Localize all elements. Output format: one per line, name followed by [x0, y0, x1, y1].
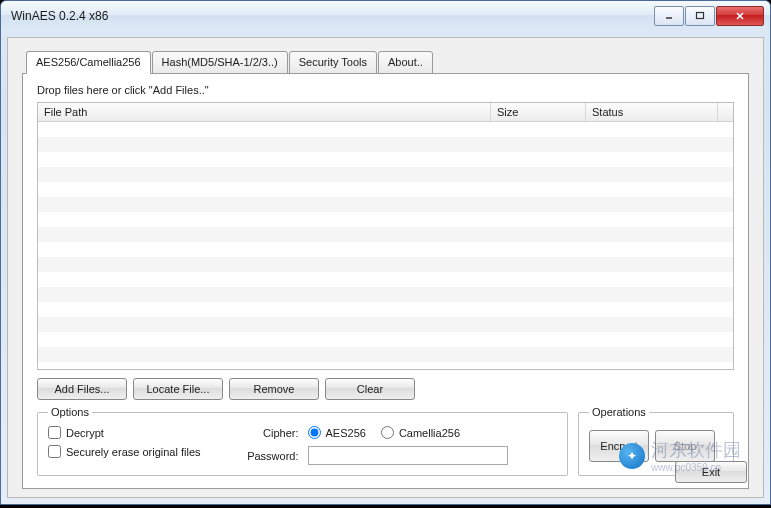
tab-about[interactable]: About.. — [378, 51, 433, 74]
app-window: WinAES 0.2.4 x86 AES256/Camellia256 Hash… — [0, 0, 771, 505]
secure-erase-label: Securely erase original files — [66, 446, 201, 458]
decrypt-checkbox[interactable] — [48, 426, 61, 439]
password-input[interactable] — [308, 446, 508, 465]
cipher-block: Cipher: AES256 Camellia256 Passwor — [239, 426, 508, 465]
options-group: Options Decrypt Securely erase original … — [37, 406, 568, 476]
encrypt-button[interactable]: Encrypt — [589, 430, 649, 462]
exit-button[interactable]: Exit — [675, 461, 747, 483]
cipher-camellia-label: Camellia256 — [399, 427, 460, 439]
add-files-button[interactable]: Add Files... — [37, 378, 127, 400]
cipher-aes-radio[interactable] — [308, 426, 321, 439]
file-list-body[interactable] — [38, 122, 733, 369]
minimize-button[interactable] — [654, 6, 684, 26]
cipher-row: Cipher: AES256 Camellia256 — [239, 426, 508, 439]
file-list-header: File Path Size Status — [38, 103, 733, 122]
decrypt-option[interactable]: Decrypt — [48, 426, 201, 439]
options-checkboxes: Decrypt Securely erase original files — [48, 426, 201, 465]
lower-groups: Options Decrypt Securely erase original … — [37, 406, 734, 476]
tab-panel-main: Drop files here or click "Add Files.." F… — [22, 73, 749, 489]
tab-strip: AES256/Camellia256 Hash(MD5/SHA-1/2/3..)… — [26, 50, 749, 73]
cipher-camellia-option[interactable]: Camellia256 — [381, 426, 460, 439]
client-area: AES256/Camellia256 Hash(MD5/SHA-1/2/3..)… — [7, 37, 764, 498]
column-spacer — [718, 103, 733, 121]
stop-button[interactable]: Stop — [655, 430, 715, 462]
column-status[interactable]: Status — [586, 103, 718, 121]
file-list[interactable]: File Path Size Status — [37, 102, 734, 370]
locate-file-button[interactable]: Locate File... — [133, 378, 223, 400]
svg-rect-1 — [697, 13, 704, 19]
operations-legend: Operations — [589, 406, 649, 418]
tab-aes-camellia[interactable]: AES256/Camellia256 — [26, 51, 151, 74]
column-size[interactable]: Size — [491, 103, 586, 121]
file-actions: Add Files... Locate File... Remove Clear — [37, 378, 734, 400]
operations-buttons: Encrypt Stop — [589, 430, 715, 462]
password-label: Password: — [239, 450, 299, 462]
tab-security-tools[interactable]: Security Tools — [289, 51, 377, 74]
cipher-aes-option[interactable]: AES256 — [308, 426, 366, 439]
close-button[interactable] — [716, 6, 764, 26]
tab-hash[interactable]: Hash(MD5/SHA-1/2/3..) — [152, 51, 288, 74]
cipher-camellia-radio[interactable] — [381, 426, 394, 439]
titlebar[interactable]: WinAES 0.2.4 x86 — [1, 1, 770, 31]
secure-erase-option[interactable]: Securely erase original files — [48, 445, 201, 458]
decrypt-label: Decrypt — [66, 427, 104, 439]
cipher-aes-label: AES256 — [326, 427, 366, 439]
cipher-label: Cipher: — [239, 427, 299, 439]
options-legend: Options — [48, 406, 92, 418]
password-row: Password: — [239, 446, 508, 465]
window-title: WinAES 0.2.4 x86 — [11, 9, 654, 23]
drop-hint: Drop files here or click "Add Files.." — [37, 84, 734, 96]
clear-button[interactable]: Clear — [325, 378, 415, 400]
column-filepath[interactable]: File Path — [38, 103, 491, 121]
window-controls — [654, 6, 764, 26]
maximize-button[interactable] — [685, 6, 715, 26]
remove-button[interactable]: Remove — [229, 378, 319, 400]
secure-erase-checkbox[interactable] — [48, 445, 61, 458]
